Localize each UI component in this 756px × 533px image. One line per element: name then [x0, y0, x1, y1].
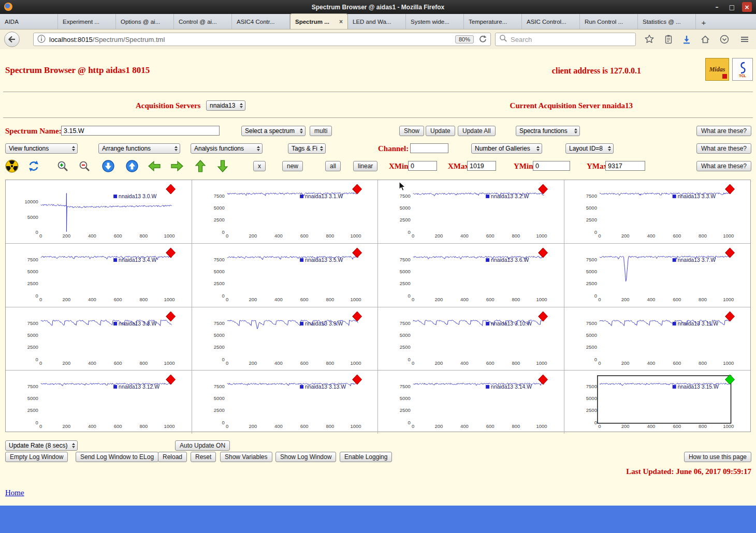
menu-icon[interactable] [739, 34, 750, 45]
spectrum-plot[interactable]: 025005000750002004006008001000nnaida13 3… [564, 244, 751, 307]
select-spinner-icon [175, 146, 178, 151]
layout-id-select[interactable]: Layout ID=8 [565, 143, 614, 154]
arrange-functions-select[interactable]: Arrange functions [98, 143, 180, 154]
tab-asic4-control[interactable]: ASIC4 Contr... [232, 14, 290, 29]
spectrum-plot[interactable]: 025005000750002004006008001000nnaida13 3… [564, 180, 751, 244]
svg-text:7500: 7500 [586, 256, 597, 262]
new-tab-button[interactable]: + [696, 16, 711, 29]
channel-input[interactable] [410, 143, 448, 153]
enable-logging-button[interactable]: Enable Logging [340, 452, 392, 462]
spectrum-plot[interactable]: 025005000750002004006008001000nnaida13 3… [192, 371, 379, 434]
spectrum-plot[interactable]: 025005000750002004006008001000nnaida13 3… [378, 307, 564, 371]
radiation-icon[interactable] [5, 159, 19, 173]
x-button[interactable]: x [253, 161, 266, 171]
tab-statistics[interactable]: Statistics @ ... [638, 14, 696, 29]
tab-system-wide[interactable]: System wide... [406, 14, 464, 29]
reload-button[interactable]: Reload [158, 452, 187, 462]
spectrum-plot[interactable]: 025005000750002004006008001000nnaida13 3… [564, 371, 751, 434]
show-log-window-button[interactable]: Show Log Window [275, 452, 336, 462]
svg-text:0: 0 [408, 356, 410, 362]
svg-text:0: 0 [222, 229, 224, 235]
ymin-input[interactable] [533, 161, 570, 171]
zoom-in-icon[interactable] [56, 159, 69, 173]
spectrum-name-input[interactable] [61, 126, 220, 136]
tab-run-control[interactable]: Run Control ... [580, 14, 638, 29]
spectrum-plot[interactable]: 025005000750002004006008001000nnaida13 3… [378, 244, 564, 307]
move-up-icon[interactable] [125, 159, 139, 173]
home-link[interactable]: Home [5, 488, 24, 497]
view-functions-select[interactable]: View functions [5, 143, 78, 154]
svg-text:5000: 5000 [586, 332, 597, 338]
page-info-icon[interactable] [37, 34, 46, 45]
linear-button[interactable]: linear [353, 161, 377, 171]
tab-options[interactable]: Options @ ai... [116, 14, 174, 29]
what-are-these-button[interactable]: What are these? [696, 161, 751, 171]
send-log-window-button[interactable]: Send Log Window to ELog [76, 452, 158, 462]
arrow-up-icon[interactable] [194, 159, 207, 173]
svg-text:5000: 5000 [27, 396, 38, 402]
tab-aida[interactable]: AIDA [0, 14, 58, 29]
tags-fits-select[interactable]: Tags & Fits [288, 143, 326, 154]
back-button[interactable] [4, 32, 20, 47]
new-button[interactable]: new [282, 161, 303, 171]
bookmark-star-icon[interactable] [644, 34, 655, 45]
client-address-text: client address is 127.0.0.1 [552, 66, 641, 76]
all-button[interactable]: all [325, 161, 341, 171]
tcl-logo[interactable]: TCL [732, 58, 753, 81]
pocket-icon[interactable] [719, 34, 730, 45]
reset-button[interactable]: Reset [191, 452, 216, 462]
home-icon[interactable] [700, 34, 710, 45]
spectrum-plot[interactable]: 025005000750002004006008001000nnaida13 3… [192, 244, 379, 307]
search-bar[interactable]: Search [495, 33, 636, 46]
spectrum-plot[interactable]: 025005000750002004006008001000nnaida13 3… [6, 307, 192, 371]
how-to-use-button[interactable]: How to use this page [684, 452, 751, 462]
select-a-spectrum-select[interactable]: Select a spectrum [241, 126, 306, 136]
update-button[interactable]: Update [426, 126, 455, 136]
tab-asic-control[interactable]: ASIC Control... [522, 14, 580, 29]
spectrum-plot[interactable]: 025005000750002004006008001000nnaida13 3… [192, 307, 379, 371]
number-of-galleries-select[interactable]: Number of Galleries [471, 143, 542, 154]
update-all-button[interactable]: Update All [458, 126, 496, 136]
arrow-left-icon[interactable] [148, 159, 161, 173]
arrow-right-icon[interactable] [170, 159, 184, 173]
maximize-button[interactable]: □ [727, 2, 737, 12]
xmax-input[interactable] [467, 161, 496, 171]
auto-update-button[interactable]: Auto Update ON [175, 440, 230, 451]
arrow-down-icon[interactable] [216, 159, 229, 173]
multi-button[interactable]: multi [310, 126, 332, 136]
downloads-icon[interactable] [681, 34, 692, 45]
refresh-icon[interactable] [27, 159, 40, 173]
tab-led-and-wa[interactable]: LED and Wa... [348, 14, 406, 29]
url-bar[interactable]: localhost:8015/Spectrum/Spectrum.tml 80% [33, 33, 491, 46]
spectra-functions-select[interactable]: Spectra functions [516, 126, 580, 136]
analysis-functions-select[interactable]: Analysis functions [191, 143, 263, 154]
update-rate-select[interactable]: Update Rate (8 secs) [5, 440, 78, 451]
spectrum-plot[interactable]: 025005000750002004006008001000nnaida13 3… [6, 244, 192, 307]
tab-control[interactable]: Control @ ai... [174, 14, 232, 29]
tab-close-icon[interactable]: × [339, 18, 343, 25]
show-variables-button[interactable]: Show Variables [220, 452, 272, 462]
empty-log-window-button[interactable]: Empty Log Window [5, 452, 68, 462]
spectrum-plot[interactable]: 025005000750002004006008001000nnaida13 3… [378, 371, 564, 434]
minimize-button[interactable]: – [712, 2, 722, 12]
tab-experiment[interactable]: Experiment ... [58, 14, 116, 29]
zoom-out-icon[interactable] [78, 159, 91, 173]
move-down-icon[interactable] [101, 159, 115, 173]
spectrum-plot[interactable]: 025005000750002004006008001000nnaida13 3… [564, 307, 751, 371]
spectrum-plot[interactable]: 025005000750002004006008001000nnaida13 3… [6, 371, 192, 434]
reload-icon[interactable] [478, 34, 487, 45]
what-are-these-button[interactable]: What are these? [696, 126, 751, 136]
zoom-level-badge[interactable]: 80% [455, 35, 474, 43]
tab-spectrum-active[interactable]: Spectrum ...× [290, 13, 348, 29]
acquisition-server-select[interactable]: nnaida13 [206, 100, 245, 111]
show-button[interactable]: Show [399, 126, 424, 136]
midas-logo[interactable]: Midas [705, 58, 729, 81]
close-button[interactable]: × [742, 2, 752, 12]
bookmarks-list-icon[interactable] [663, 34, 674, 45]
spectrum-plot[interactable]: 050001000002004006008001000nnaida13 3.0.… [6, 180, 192, 244]
spectrum-plot[interactable]: 025005000750002004006008001000nnaida13 3… [192, 180, 379, 244]
xmin-input[interactable] [408, 161, 437, 171]
what-are-these-button[interactable]: What are these? [696, 143, 751, 154]
tab-temperature[interactable]: Temperature... [464, 14, 522, 29]
ymax-input[interactable] [605, 161, 645, 171]
